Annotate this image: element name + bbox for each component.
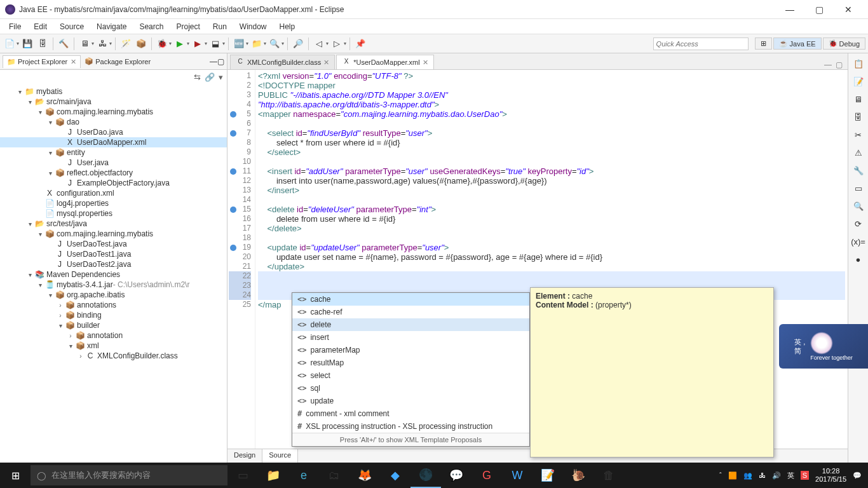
tray-volume-icon[interactable]: 🔊 [772, 471, 781, 480]
package-explorer-tab[interactable]: 📦 Package Explorer [81, 55, 154, 67]
tree-item[interactable]: JUserDaoTest1.java [0, 249, 227, 259]
edge-taskbar[interactable]: e [288, 463, 319, 488]
save-button[interactable]: 💾 [20, 37, 34, 51]
editor-tab[interactable]: CXMLConfigBuilder.class✕ [230, 55, 335, 69]
tree-item[interactable]: ▾📦com.majing.learning.mybatis [0, 107, 227, 117]
folder-taskbar[interactable]: 🗂 [319, 463, 349, 488]
server-button[interactable]: 🖥 [78, 37, 92, 51]
new-pkg-button[interactable]: 📁 [250, 37, 264, 51]
editor-tab[interactable]: X*UserDaoMapper.xml✕ [336, 55, 434, 69]
menu-project[interactable]: Project [170, 20, 206, 33]
app2-taskbar[interactable]: G [471, 463, 502, 488]
menu-search[interactable]: Search [133, 20, 170, 33]
new-server-button[interactable]: 🖧 [95, 37, 109, 51]
maximize-button[interactable]: ▢ [804, 0, 834, 19]
tree-item[interactable]: Xconfiguration.xml [0, 188, 227, 198]
close-icon[interactable]: ✕ [423, 58, 428, 67]
weather-widget[interactable]: 英 , 简 Forever together [779, 324, 868, 369]
nav-fwd-button[interactable]: ▷ [330, 37, 344, 51]
search-view-icon[interactable]: 🔍 [852, 200, 865, 212]
app4-taskbar[interactable]: 🐌 [563, 463, 593, 488]
close-button[interactable]: ✕ [834, 0, 863, 19]
save-all-button[interactable]: 🗄 [36, 37, 50, 51]
tree-item[interactable]: ›CXMLConfigBuilder.class [0, 351, 227, 361]
autocomplete-item[interactable]: <>delete [292, 318, 529, 331]
tray-people-icon[interactable]: 👥 [743, 471, 752, 480]
taskbar-search[interactable]: ◯ 在这里输入你要搜索的内容 [31, 465, 227, 485]
minimize-button[interactable]: — [775, 0, 804, 19]
markers-icon[interactable]: ⚠ [852, 146, 865, 159]
snippets-icon[interactable]: ✂ [852, 128, 865, 141]
menu-navigate[interactable]: Navigate [90, 20, 133, 33]
tree-item[interactable]: ▾📂src/test/java [0, 219, 227, 229]
menu-help[interactable]: Help [273, 20, 302, 33]
autocomplete-item[interactable]: <>select [292, 369, 529, 382]
new-button[interactable]: 📄 [3, 37, 17, 51]
tree-item[interactable]: ▾📦dao [0, 117, 227, 127]
tree-item[interactable]: ▾📦com.majing.learning.mybatis [0, 229, 227, 239]
autocomplete-item[interactable]: <>parameterMap [292, 344, 529, 356]
autocomplete-item[interactable]: #comment - xml comment [292, 407, 529, 420]
tray-network-icon[interactable]: 🖧 [759, 471, 766, 479]
properties-icon[interactable]: 🔧 [852, 164, 865, 177]
wizard-button[interactable]: 🪄 [119, 37, 133, 51]
tray-ime-icon[interactable]: 英 [787, 471, 794, 480]
editor-max-icon[interactable]: ▢ [836, 60, 843, 69]
autocomplete-item[interactable]: <>cache-ref [292, 306, 529, 318]
autocomplete-item[interactable]: <>insert [292, 331, 529, 344]
tree-item[interactable]: XUserDaoMapper.xml [0, 137, 227, 147]
perspective-debug[interactable]: 🐞 Debug [823, 37, 865, 50]
debug-button[interactable]: 🐞 [155, 37, 169, 51]
tree-item[interactable]: 📄log4j.properties [0, 198, 227, 208]
data-source-icon[interactable]: 🗄 [852, 111, 865, 123]
tree-item[interactable]: ▾📦org.apache.ibatis [0, 290, 227, 300]
tree-item[interactable]: ▾📦builder [0, 320, 227, 330]
system-tray[interactable]: ˆ 🟧 👥 🖧 🔊 英 S 10:28 2017/5/15 💬 [713, 467, 868, 484]
link-editor-icon[interactable]: 🔗 [205, 72, 215, 82]
progress-icon[interactable]: ⟳ [852, 217, 865, 230]
build-button[interactable]: 🔨 [57, 37, 71, 51]
task-list-icon[interactable]: 📝 [852, 75, 865, 88]
tree-item[interactable]: ▾📂src/main/java [0, 97, 227, 107]
coverage-button[interactable]: ⬓ [208, 37, 222, 51]
perspective-javaee[interactable]: ☕ Java EE [773, 37, 822, 50]
project-explorer-tab[interactable]: 📁 Project Explorer ✕ [3, 55, 81, 68]
tree-item[interactable]: ▾📚Maven Dependencies [0, 269, 227, 280]
tree-item[interactable]: JUserDaoTest.java [0, 239, 227, 249]
menu-file[interactable]: File [3, 20, 27, 33]
view-menu-icon[interactable]: ▾ [219, 72, 223, 82]
tree-item[interactable]: JUser.java [0, 158, 227, 168]
package-button[interactable]: 📦 [134, 37, 148, 51]
firefox-taskbar[interactable]: 🦊 [349, 463, 380, 488]
maximize-view-icon[interactable]: ▢ [217, 57, 224, 66]
menu-window[interactable]: Window [233, 20, 273, 33]
open-perspective-button[interactable]: ⊞ [755, 37, 772, 50]
quick-access-input[interactable] [653, 37, 749, 50]
eclipse-taskbar[interactable]: 🌑 [410, 463, 441, 488]
notifications-icon[interactable]: 💬 [853, 471, 862, 480]
tree-item[interactable]: ›📦annotations [0, 300, 227, 310]
nav-back-button[interactable]: ◁ [312, 37, 326, 51]
autocomplete-item[interactable]: <>update [292, 395, 529, 407]
tree-item[interactable]: ▾📦entity [0, 147, 227, 158]
close-icon[interactable]: ✕ [71, 58, 76, 66]
notepad-taskbar[interactable]: 📝 [532, 463, 563, 488]
autocomplete-item[interactable]: #XSL processing instruction - XSL proces… [292, 420, 529, 433]
start-button[interactable]: ⊞ [0, 463, 31, 488]
tray-app-icon[interactable]: 🟧 [728, 471, 737, 480]
tree-item[interactable]: JUserDaoTest2.java [0, 259, 227, 269]
close-icon[interactable]: ✕ [323, 58, 329, 67]
tree-item[interactable]: ▾📁mybatis [0, 86, 227, 97]
design-tab[interactable]: Design [227, 449, 262, 463]
chat-taskbar[interactable]: 💬 [441, 463, 471, 488]
pin-button[interactable]: 📌 [353, 37, 367, 51]
run-ext-button[interactable]: ▶ [191, 37, 205, 51]
project-tree[interactable]: ▾📁mybatis▾📂src/main/java▾📦com.majing.lea… [0, 84, 227, 463]
tree-item[interactable]: 📄mysql.properties [0, 208, 227, 219]
open-type-button[interactable]: 🔍 [268, 37, 281, 51]
autocomplete-item[interactable]: <>sql [292, 382, 529, 395]
variables-icon[interactable]: (x)= [852, 235, 865, 248]
tree-item[interactable]: ›📦annotation [0, 330, 227, 341]
menu-source[interactable]: Source [53, 20, 90, 33]
collapse-all-icon[interactable]: ⇆ [194, 72, 201, 82]
